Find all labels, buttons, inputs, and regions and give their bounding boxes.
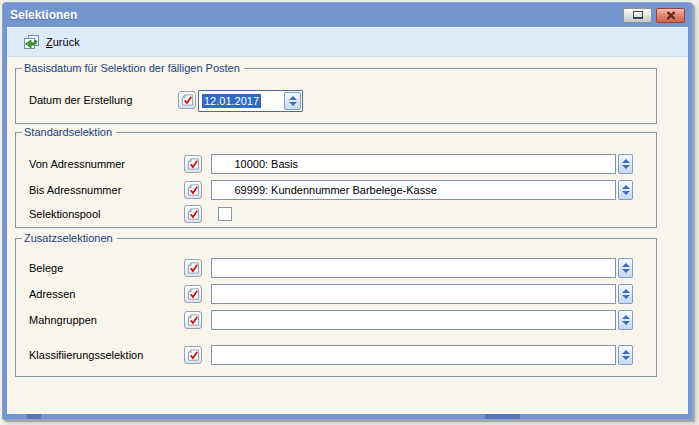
- red-check-icon: [181, 93, 194, 107]
- group-basisdatum: Basisdatum für Selektion der fälligen Po…: [15, 68, 657, 124]
- up-arrow-icon: [622, 350, 630, 354]
- von-adressnummer-label: Von Adressnummer: [29, 154, 125, 175]
- background-window-fragment: [485, 414, 520, 419]
- group-zusatzselektionen: Zusatzselektionen Belege: [15, 238, 657, 377]
- down-arrow-icon: [622, 191, 630, 195]
- back-button-label: Zurück: [46, 36, 80, 48]
- maximize-button[interactable]: [623, 8, 652, 23]
- row-mahngruppen: Mahngruppen: [16, 310, 656, 332]
- belege-spinner[interactable]: [618, 258, 633, 278]
- klassifizierungsselektion-spinner[interactable]: [618, 345, 633, 365]
- red-check-icon: [187, 183, 200, 197]
- window-controls: [623, 8, 685, 23]
- group-standardselektion: Standardselektion Von Adressnummer 10000…: [15, 132, 657, 228]
- maximize-icon: [633, 11, 643, 19]
- selektionen-dialog: Selektionen Zurück: [2, 2, 693, 420]
- bis-adressnummer-select-button[interactable]: [184, 181, 202, 199]
- adressen-combo: [211, 284, 633, 304]
- up-arrow-icon: [289, 96, 297, 100]
- group-basisdatum-legend: Basisdatum für Selektion der fälligen Po…: [22, 61, 244, 75]
- bis-adressnummer-label: Bis Adressnummer: [29, 180, 121, 201]
- dialog-body: Zurück Basisdatum für Selektion der fäll…: [7, 27, 688, 414]
- klassifizierungsselektion-label: Klassifiierungsselektion: [29, 345, 143, 366]
- von-adressnummer-select-button[interactable]: [184, 155, 202, 173]
- belege-field[interactable]: [211, 258, 616, 278]
- down-arrow-icon: [622, 356, 630, 360]
- klassifizierungsselektion-field[interactable]: [211, 345, 616, 365]
- down-arrow-icon: [622, 165, 630, 169]
- back-button[interactable]: Zurück: [20, 31, 87, 53]
- selektionspool-label: Selektionspool: [29, 204, 101, 225]
- toolbar: Zurück: [7, 27, 688, 57]
- window-title: Selektionen: [10, 8, 77, 22]
- row-belege: Belege: [16, 258, 656, 280]
- row-bis-adressnummer: Bis Adressnummer 69999: Kundennummer Bar…: [16, 180, 656, 202]
- adressen-label: Adressen: [29, 284, 75, 305]
- red-check-icon: [187, 313, 200, 327]
- adressen-select-button[interactable]: [184, 285, 202, 303]
- bis-adressnummer-spinner[interactable]: [618, 180, 633, 200]
- selektionspool-select-button[interactable]: [184, 205, 202, 223]
- belege-combo: [211, 258, 633, 278]
- datum-spinner[interactable]: [284, 92, 301, 110]
- mahngruppen-combo: [211, 310, 633, 330]
- belege-select-button[interactable]: [184, 259, 202, 277]
- up-arrow-icon: [622, 263, 630, 267]
- group-zusatzselektionen-legend: Zusatzselektionen: [22, 231, 117, 245]
- mahngruppen-select-button[interactable]: [184, 311, 202, 329]
- datum-label: Datum der Erstellung: [29, 90, 132, 111]
- up-arrow-icon: [622, 315, 630, 319]
- background-window-fragment: [27, 414, 41, 419]
- row-adressen: Adressen: [16, 284, 656, 306]
- red-check-icon: [187, 157, 200, 171]
- adressen-field[interactable]: [211, 284, 616, 304]
- mahngruppen-label: Mahngruppen: [29, 310, 97, 331]
- group-standardselektion-legend: Standardselektion: [22, 125, 116, 139]
- datum-field[interactable]: 12.01.2017: [198, 90, 303, 112]
- red-check-icon: [187, 207, 200, 221]
- down-arrow-icon: [622, 295, 630, 299]
- bis-adressnummer-combo: 69999: Kundennummer Barbelege-Kasse: [211, 180, 633, 200]
- red-check-icon: [187, 348, 200, 362]
- von-adressnummer-field[interactable]: 10000: Basis: [211, 154, 616, 174]
- down-arrow-icon: [289, 102, 297, 106]
- up-arrow-icon: [622, 185, 630, 189]
- belege-label: Belege: [29, 258, 63, 279]
- close-icon: [666, 11, 676, 20]
- row-datum: Datum der Erstellung 12.01.2017: [16, 90, 656, 112]
- datum-value[interactable]: 12.01.2017: [200, 92, 284, 110]
- datum-select-button[interactable]: [178, 91, 196, 109]
- klassifizierungsselektion-select-button[interactable]: [184, 346, 202, 364]
- mahngruppen-field[interactable]: [211, 310, 616, 330]
- adressen-spinner[interactable]: [618, 284, 633, 304]
- dialog-content: Basisdatum für Selektion der fälligen Po…: [7, 58, 688, 414]
- down-arrow-icon: [622, 269, 630, 273]
- close-button[interactable]: [656, 8, 685, 23]
- von-adressnummer-combo: 10000: Basis: [211, 154, 633, 174]
- red-check-icon: [187, 287, 200, 301]
- bis-adressnummer-field[interactable]: 69999: Kundennummer Barbelege-Kasse: [211, 180, 616, 200]
- row-von-adressnummer: Von Adressnummer 10000: Basis: [16, 154, 656, 176]
- selektionspool-checkbox[interactable]: [218, 207, 232, 221]
- von-adressnummer-spinner[interactable]: [618, 154, 633, 174]
- klassifizierungsselektion-combo: [211, 345, 633, 365]
- title-bar[interactable]: Selektionen: [3, 3, 692, 27]
- row-klassifizierungsselektion: Klassifiierungsselektion: [16, 345, 656, 367]
- red-check-icon: [187, 261, 200, 275]
- down-arrow-icon: [622, 321, 630, 325]
- row-selektionspool: Selektionspool: [16, 204, 656, 226]
- up-arrow-icon: [622, 289, 630, 293]
- up-arrow-icon: [622, 159, 630, 163]
- mahngruppen-spinner[interactable]: [618, 310, 633, 330]
- back-icon: [23, 34, 40, 50]
